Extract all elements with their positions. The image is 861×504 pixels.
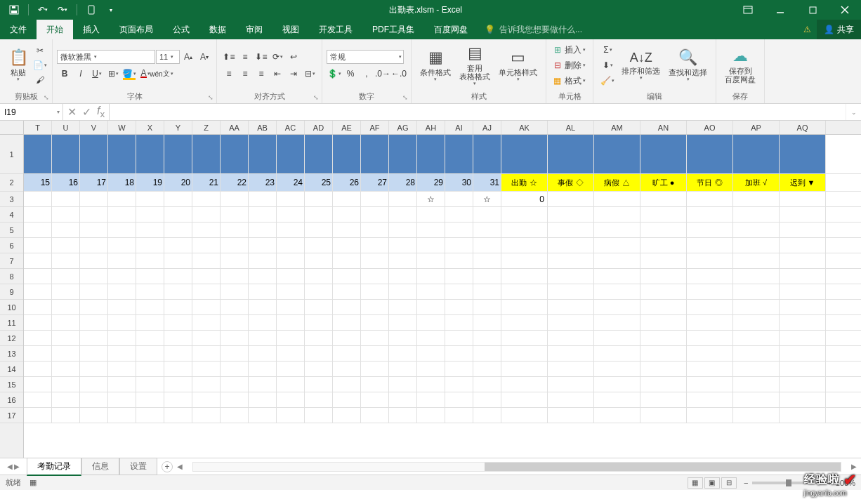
align-bottom-button[interactable]: ⬇≡ — [254, 50, 269, 64]
cell[interactable] — [594, 192, 640, 206]
cell[interactable] — [136, 315, 164, 330]
row-header[interactable]: 2 — [0, 174, 23, 192]
cell[interactable] — [640, 207, 687, 222]
increase-font-button[interactable]: A▴ — [180, 50, 196, 64]
cell[interactable] — [24, 346, 52, 361]
cell[interactable] — [333, 284, 361, 299]
cell[interactable] — [80, 346, 108, 361]
cell[interactable] — [192, 315, 221, 330]
tab-view[interactable]: 视图 — [272, 20, 309, 39]
cell[interactable] — [164, 253, 192, 268]
tab-home[interactable]: 开始 — [37, 20, 73, 39]
cell[interactable] — [164, 377, 192, 392]
cell[interactable] — [780, 300, 826, 314]
cell[interactable] — [361, 223, 389, 237]
cell[interactable] — [687, 223, 733, 237]
sheet-tab[interactable]: 考勤记录 — [27, 458, 81, 476]
cell[interactable] — [733, 377, 780, 392]
maximize-button[interactable] — [796, 0, 829, 20]
launcher-icon[interactable]: ⤡ — [208, 94, 213, 101]
ribbon-options-icon[interactable] — [732, 0, 764, 20]
cell[interactable] — [305, 269, 333, 284]
launcher-icon[interactable]: ⤡ — [402, 94, 408, 101]
cell[interactable] — [473, 408, 501, 423]
cell[interactable] — [136, 192, 164, 206]
cell[interactable] — [249, 253, 277, 268]
cell[interactable] — [389, 238, 417, 253]
cell[interactable] — [136, 238, 164, 253]
cell[interactable] — [333, 362, 361, 376]
cell[interactable] — [164, 238, 192, 253]
cell[interactable] — [80, 362, 108, 376]
cell[interactable] — [221, 377, 249, 392]
cell[interactable] — [108, 362, 136, 376]
italic-button[interactable]: I — [73, 67, 88, 81]
cell[interactable] — [192, 269, 221, 284]
cell[interactable] — [80, 253, 108, 268]
cell[interactable] — [221, 362, 249, 376]
cell[interactable] — [501, 315, 548, 330]
cell[interactable] — [24, 135, 52, 173]
spreadsheet-grid[interactable]: TUVWXYZAAABACADAEAFAGAHAIAJAKALAMANAOAPA… — [0, 121, 861, 458]
cell[interactable] — [640, 331, 687, 345]
cell[interactable] — [780, 192, 826, 206]
cell[interactable] — [417, 392, 445, 407]
sort-filter-button[interactable]: A↓Z排序和筛选▾ — [617, 49, 664, 82]
cell[interactable] — [733, 192, 780, 206]
cell[interactable] — [24, 392, 52, 407]
cell[interactable] — [733, 315, 780, 330]
cell[interactable] — [687, 269, 733, 284]
cell[interactable] — [333, 192, 361, 206]
accounting-button[interactable]: 💲▾ — [327, 67, 342, 81]
cell[interactable] — [361, 392, 389, 407]
cell[interactable] — [445, 135, 473, 173]
cell[interactable] — [108, 377, 136, 392]
cell[interactable] — [108, 331, 136, 345]
column-header[interactable]: AF — [361, 121, 389, 134]
cell[interactable] — [640, 346, 687, 361]
merge-button[interactable]: ⊟▾ — [302, 67, 317, 81]
cell[interactable] — [417, 135, 445, 173]
cell[interactable] — [80, 284, 108, 299]
cell[interactable] — [640, 269, 687, 284]
cell[interactable] — [389, 300, 417, 314]
touch-mode-icon[interactable] — [83, 1, 100, 18]
cell[interactable] — [277, 253, 305, 268]
cell[interactable] — [548, 331, 594, 345]
cell[interactable] — [594, 284, 640, 299]
cell[interactable] — [417, 408, 445, 423]
cell[interactable] — [473, 331, 501, 345]
save-icon[interactable] — [6, 1, 22, 18]
cell[interactable] — [192, 223, 221, 237]
cell[interactable] — [108, 408, 136, 423]
column-header[interactable]: Y — [164, 121, 192, 134]
cell[interactable] — [305, 192, 333, 206]
column-header[interactable]: AC — [277, 121, 305, 134]
cell[interactable] — [108, 223, 136, 237]
cell[interactable] — [80, 331, 108, 345]
column-header[interactable]: AN — [640, 121, 687, 134]
cell[interactable] — [24, 223, 52, 237]
cell[interactable] — [221, 269, 249, 284]
cell[interactable] — [333, 377, 361, 392]
tab-developer[interactable]: 开发工具 — [309, 20, 362, 39]
cell[interactable] — [192, 362, 221, 376]
cell[interactable] — [733, 207, 780, 222]
horizontal-scrollbar[interactable]: ◀▶ — [173, 462, 861, 472]
cell[interactable] — [473, 223, 501, 237]
cell[interactable] — [333, 238, 361, 253]
wrap-text-button[interactable]: ↩ — [286, 50, 301, 64]
cell[interactable] — [548, 284, 594, 299]
cell[interactable] — [249, 207, 277, 222]
cut-button[interactable]: ✂ — [32, 44, 48, 58]
cell[interactable] — [52, 362, 80, 376]
cell[interactable] — [52, 135, 80, 173]
launcher-icon[interactable]: ⤡ — [313, 94, 319, 101]
cell[interactable] — [594, 207, 640, 222]
cell[interactable] — [305, 238, 333, 253]
cell[interactable] — [445, 223, 473, 237]
row-header[interactable]: 12 — [0, 331, 23, 346]
cell[interactable] — [501, 346, 548, 361]
cell[interactable] — [305, 253, 333, 268]
cell[interactable] — [501, 392, 548, 407]
